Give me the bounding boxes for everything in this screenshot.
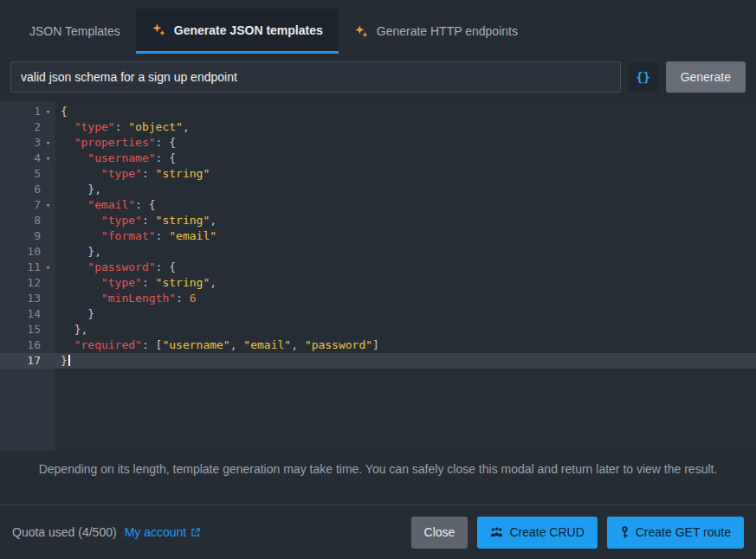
close-button[interactable]: Close [411,517,468,549]
code-line: 1▾{ [0,104,756,119]
gutter-line-number[interactable]: 4▾ [0,151,55,166]
tab-label: JSON Templates [29,24,120,38]
create-get-route-button[interactable]: Create GET route [607,517,744,549]
footer-actions: Close Create CRUD Create GET [411,517,744,549]
code-line: 16 "required": ["username", "email", "pa… [0,337,756,353]
fold-toggle-icon[interactable]: ▾ [41,135,55,151]
code-line: 17} [0,353,756,369]
my-account-link[interactable]: My account [125,525,202,539]
fold-toggle-icon[interactable]: ▾ [41,151,55,166]
gutter-line-number[interactable]: 17 [0,353,55,369]
modal-footer: Quota used (4/500) My account Close [0,504,756,559]
tab-generate-json-templates[interactable]: Generate JSON templates [136,9,339,54]
create-crud-button[interactable]: Create CRUD [477,517,597,549]
code-line-text[interactable]: { [55,104,68,119]
tab-label: Generate JSON templates [174,23,323,37]
code-line-text[interactable]: }, [55,244,101,260]
code-line: 8 "type": "string", [0,213,756,228]
prompt-row: {} Generate [0,54,756,101]
code-braces-button[interactable]: {} [629,62,658,92]
sparkles-icon [152,22,166,37]
gutter-line-number[interactable]: 6 [0,182,55,197]
gutter-line-number[interactable]: 11▾ [0,260,55,275]
external-link-icon [191,527,201,537]
generate-button[interactable]: Generate [666,61,746,93]
gutter-line-number[interactable]: 10 [0,244,55,260]
editor-content: 1▾{2 "type": "object",3▾ "properties": {… [0,101,756,369]
gutter-line-number[interactable]: 13 [0,291,55,306]
tab-json-templates[interactable]: JSON Templates [14,9,136,54]
gutter-line-number[interactable]: 15 [0,322,55,337]
tab-bar: JSON Templates Generate JSON templates G… [0,0,756,54]
code-line-text[interactable]: "email": { [55,197,156,213]
gutter-line-number[interactable]: 3▾ [0,135,55,151]
code-line: 5 "type": "string" [0,166,756,182]
sparkles-icon [354,24,369,39]
code-line: 3▾ "properties": { [0,135,756,151]
code-line-text[interactable]: }, [55,182,101,197]
generation-hint-text: Depending on its length, template genera… [0,451,756,504]
gutter-line-number[interactable]: 9 [0,228,55,244]
tab-generate-http-endpoints[interactable]: Generate HTTP endpoints [339,9,533,54]
code-line-text[interactable]: "type": "string", [55,275,216,291]
quota-used-label: Quota used (4/500) [12,525,117,539]
gutter-line-number[interactable]: 16 [0,337,55,353]
gutter-line-number[interactable]: 14 [0,306,55,322]
code-line-text[interactable]: "password": { [55,260,176,275]
my-account-label: My account [125,525,187,539]
key-icon [620,526,630,539]
code-line-text[interactable]: } [55,306,94,322]
prompt-input[interactable] [10,61,621,93]
tab-label: Generate HTTP endpoints [377,24,518,38]
users-icon [490,526,503,538]
code-line: 11▾ "password": { [0,260,756,275]
code-line-text[interactable]: } [55,353,70,369]
gutter-line-number[interactable]: 7▾ [0,197,55,213]
code-line-text[interactable]: "required": ["username", "email", "passw… [55,337,379,353]
create-crud-label: Create CRUD [509,525,584,539]
code-braces-icon: {} [636,70,650,84]
code-line: 13 "minLength": 6 [0,291,756,306]
code-line: 6 }, [0,182,756,197]
gutter-line-number[interactable]: 5 [0,166,55,182]
code-line-text[interactable]: "type": "object", [55,119,190,135]
gutter-line-number[interactable]: 8 [0,213,55,228]
json-editor[interactable]: 1▾{2 "type": "object",3▾ "properties": {… [0,101,756,451]
fold-toggle-icon[interactable]: ▾ [41,104,55,119]
fold-toggle-icon[interactable]: ▾ [41,197,55,213]
code-line-text[interactable]: "format": "email" [55,228,216,244]
generate-json-templates-modal: JSON Templates Generate JSON templates G… [0,0,756,559]
code-line: 9 "format": "email" [0,228,756,244]
code-line: 12 "type": "string", [0,275,756,291]
code-line-text[interactable]: }, [55,322,87,337]
gutter-line-number[interactable]: 1▾ [0,104,55,119]
code-line-text[interactable]: "type": "string" [55,166,210,182]
code-line: 2 "type": "object", [0,119,756,135]
gutter-line-number[interactable]: 12 [0,275,55,291]
code-line: 10 }, [0,244,756,260]
code-line: 4▾ "username": { [0,151,756,166]
code-line-text[interactable]: "minLength": 6 [55,291,197,306]
code-line: 14 } [0,306,756,322]
text-cursor [68,355,70,366]
code-line-text[interactable]: "username": { [55,151,176,166]
code-line: 7▾ "email": { [0,197,756,213]
code-line-text[interactable]: "properties": { [55,135,176,151]
gutter-line-number[interactable]: 2 [0,119,55,135]
code-line: 15 }, [0,322,756,337]
create-get-route-label: Create GET route [636,525,731,539]
code-line-text[interactable]: "type": "string", [55,213,216,228]
fold-toggle-icon[interactable]: ▾ [41,260,55,275]
